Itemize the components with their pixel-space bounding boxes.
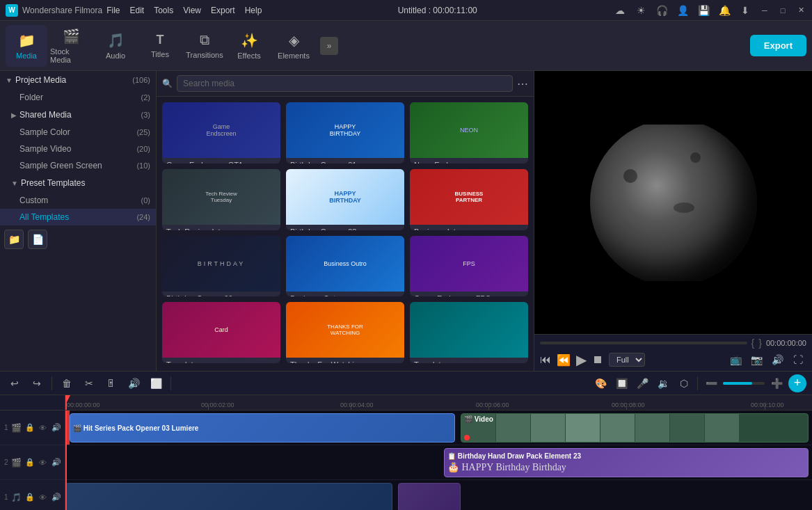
account-icon[interactable]: 👤 [676, 3, 690, 17]
volume-icon[interactable]: 🔊 [769, 351, 786, 368]
track-visibility-button-1[interactable]: 👁 [38, 422, 49, 433]
menu-view[interactable]: View [183, 6, 201, 15]
quality-select[interactable]: Full 1/2 1/4 [609, 353, 645, 367]
media-card-birthday-opener-03[interactable]: HAPPYBIRTHDAY Birthday Opener 03 [286, 169, 404, 230]
delete-clip-button[interactable]: 🗑 [58, 374, 76, 392]
media-more-icon[interactable]: ⋯ [517, 77, 528, 90]
out-point-bracket[interactable]: } [758, 337, 762, 349]
menu-file[interactable]: File [106, 6, 120, 15]
tool-audio[interactable]: 🎵 Audio [95, 25, 136, 67]
media-card-row4-3[interactable]: Template [410, 302, 528, 363]
minus-zoom-button[interactable]: ➖ [702, 374, 720, 392]
track-lock-button-1[interactable]: 🔒 [24, 422, 35, 433]
undo-button[interactable]: ↩ [6, 374, 24, 392]
media-card-neon-endscreen[interactable]: NEON Neon Endscreen [410, 102, 528, 164]
notification-icon[interactable]: 🔔 [717, 3, 731, 17]
sidebar-item-sample-color[interactable]: Sample Color (25) [0, 124, 156, 141]
track-lock-button-2[interactable]: 🔒 [24, 457, 35, 468]
keyframe-button[interactable]: ⬡ [675, 374, 693, 392]
color-grading-button[interactable]: 🎨 [591, 374, 610, 392]
add-folder-button[interactable]: 📁 [4, 230, 24, 249]
tool-elements[interactable]: ◈ Elements [273, 25, 315, 67]
mask-button[interactable]: 🔲 [612, 374, 630, 392]
track-controls-1: 🔒 👁 🔊 [24, 422, 62, 433]
timeline-area: ↩ ↪ 🗑 ✂ 🎚 🔊 ⬜ 🎨 🔲 🎤 🔉 ⬡ ➖ ➕ + 1 [0, 371, 812, 510]
step-back-button[interactable]: ⏪ [557, 353, 571, 367]
snapshot-icon[interactable]: 📷 [748, 351, 765, 368]
media-card-game-endscreen-gta[interactable]: GameEndscreen Game Endscreen GTA [162, 102, 280, 164]
skip-back-button[interactable]: ⏮ [540, 353, 551, 366]
tool-stock-media[interactable]: 🎬 Stock Media [50, 25, 92, 67]
crop-button[interactable]: ⬜ [147, 374, 165, 392]
audio-adjust-button[interactable]: 🎚 [102, 374, 120, 392]
sidebar-item-all-templates[interactable]: All Templates (24) [0, 209, 156, 225]
sun-icon[interactable]: ☀ [634, 3, 648, 17]
redo-button[interactable]: ↪ [28, 374, 46, 392]
stop-button[interactable]: ⏹ [592, 353, 603, 366]
preview-progress-bar: { } 00:00:00:00 [540, 337, 806, 349]
close-button[interactable]: ✕ [795, 5, 806, 16]
sidebar-section-project-media[interactable]: ▼ Project Media (106) [0, 71, 156, 89]
fullscreen-icon[interactable]: ⛶ [790, 351, 806, 368]
media-card-birthday-opener-01[interactable]: HAPPYBIRTHDAY Birthday Opener 01 [286, 102, 404, 164]
all-templates-count: (24) [136, 213, 150, 221]
track-mute-button-3[interactable]: 🔊 [51, 492, 62, 503]
media-card-business-intro[interactable]: BUSINESSPARTNER Business Intro [410, 169, 528, 230]
media-card-thanks[interactable]: THANKS FORWATCHING Thanks For Watching [286, 302, 404, 363]
all-templates-label: All Templates [19, 212, 136, 222]
plus-zoom-button[interactable]: ➕ [767, 374, 786, 392]
headphone-icon[interactable]: 🎧 [655, 3, 669, 17]
tool-media[interactable]: 📁 Media [6, 25, 47, 67]
save-icon[interactable]: 💾 [696, 3, 710, 17]
media-card-birthday-opener-02[interactable]: BIRTHDAY Birthday Opener 02 [162, 236, 280, 297]
media-card-row4-1[interactable]: Card Template [162, 302, 280, 363]
in-point-bracket[interactable]: { [751, 337, 755, 349]
download-icon[interactable]: ⬇ [738, 3, 752, 17]
sidebar-item-folder[interactable]: Folder (2) [0, 89, 156, 106]
cut-button[interactable]: ✂ [80, 374, 98, 392]
menu-edit[interactable]: Edit [130, 6, 145, 15]
media-card-tech-review[interactable]: Tech ReviewTuesday Tech Review Intro [162, 169, 280, 230]
split-audio-button[interactable]: 🔊 [125, 374, 143, 392]
clip-birthday-handraw[interactable]: 📋 Birthday Hand Draw Pack Element 23 🎂 H… [444, 448, 809, 477]
sidebar-section-preset-templates[interactable]: ▼ Preset Templates [0, 174, 156, 192]
tool-titles[interactable]: T Titles [139, 25, 181, 67]
menu-help[interactable]: Help [245, 6, 262, 15]
timeline-ruler[interactable]: 00:00:00:00 00:00:02:00 00:00:04:00 00:0… [65, 395, 812, 411]
menu-export[interactable]: Export [211, 6, 235, 15]
progress-track[interactable] [540, 342, 747, 344]
sidebar-section-shared-media[interactable]: ▶ Shared Media (3) [0, 106, 156, 124]
export-button[interactable]: Export [750, 35, 806, 56]
minimize-button[interactable]: ─ [759, 5, 770, 16]
media-card-business-outro[interactable]: Business Outro Business Outro [286, 236, 404, 297]
sidebar-item-custom[interactable]: Custom (0) [0, 192, 156, 209]
search-input[interactable] [177, 75, 513, 92]
cloud-icon[interactable]: ☁ [613, 3, 627, 17]
add-to-timeline-icon[interactable]: 📺 [727, 351, 744, 368]
record-button[interactable]: 🎤 [633, 374, 651, 392]
tool-transitions[interactable]: ⧉ Transitions [184, 25, 225, 67]
track-mute-button-2[interactable]: 🔊 [51, 457, 62, 468]
menu-tools[interactable]: Tools [154, 6, 173, 15]
clip-audio-2[interactable] [398, 483, 461, 510]
clip-video[interactable]: 🎬 Video [461, 413, 809, 443]
tool-effects[interactable]: ✨ Effects [228, 25, 270, 67]
zoom-slider[interactable] [723, 382, 765, 385]
sidebar-item-sample-video[interactable]: Sample Video (20) [0, 141, 156, 157]
voice-button[interactable]: 🔉 [654, 374, 672, 392]
clip-hit-series[interactable]: 🎬 Hit Series Pack Opener 03 Lumiere [70, 413, 455, 443]
maximize-button[interactable]: □ [777, 5, 788, 16]
track-visibility-button-3[interactable]: 👁 [38, 492, 49, 503]
track-lock-button-3[interactable]: 🔒 [24, 492, 35, 503]
clip-audio-1[interactable] [65, 483, 392, 510]
sidebar-item-sample-green-screen[interactable]: Sample Green Screen (10) [0, 157, 156, 174]
add-file-button[interactable]: 📄 [28, 230, 47, 249]
play-button[interactable]: ▶ [576, 351, 587, 368]
add-track-button[interactable]: + [788, 374, 806, 392]
search-icon: 🔍 [162, 79, 173, 88]
toolbar-expand-button[interactable]: » [320, 37, 338, 55]
track-visibility-button-2[interactable]: 👁 [38, 457, 49, 468]
media-icon: 📁 [18, 32, 35, 49]
media-card-game-fps[interactable]: FPS Game Endscreen FPS [410, 236, 528, 297]
track-mute-button-1[interactable]: 🔊 [51, 422, 62, 433]
